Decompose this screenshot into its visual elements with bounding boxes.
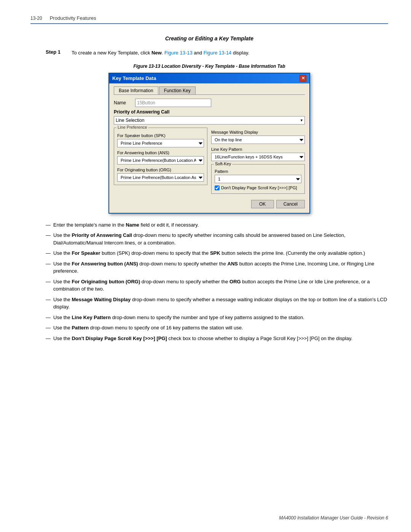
bullet-1: — Enter the template's name in the Name … [46,221,388,229]
bullet-3: — Use the For Speaker button (SPK) drop-… [46,249,388,257]
speaker-select-wrapper: Prime Line Preference [117,139,204,147]
answering-label: For Answering button (ANS) [117,150,204,155]
line-key-select[interactable]: 16Line/Function keys + 16DSS Keys [211,153,305,161]
bullet-8: — Use the Pattern drop-down menu to spec… [46,324,388,332]
priority-section: Priority of Answering Call Line Selectio… [114,109,305,125]
answering-select[interactable]: Prime Line Preference(Button Location As… [117,156,204,165]
dialog-title: Key Template Data [112,75,156,81]
line-key-section: Line Key Pattern 16Line/Function keys + … [211,147,305,161]
figure-13-14-link[interactable]: Figure 13-14 [204,50,232,56]
dialog-body: Base Information Function Key Name Prior… [109,83,309,213]
priority-select-wrapper: Line Selection [114,116,305,125]
page-footer: MA4000 Installation Manager User Guide -… [279,515,388,521]
dialog-wrapper: Key Template Data ✕ Base Information Fun… [30,73,388,214]
message-waiting-select[interactable]: On the top line [211,136,305,144]
page: 13-20 Productivity Features Creating or … [0,0,411,532]
pattern-select[interactable]: 1 [215,175,301,183]
section-title: Productivity Features [50,15,96,21]
bullet-5: — Use the For Originating button (ORG) d… [46,278,388,293]
answering-select-wrapper: Prime Line Preference(Button Location As… [117,156,204,165]
name-label: Name [114,100,133,105]
answering-section: For Answering button (ANS) Prime Line Pr… [117,150,204,165]
dont-display-row: Don't Display Page Scroll Key [>>>] [PG] [215,185,301,190]
priority-label: Priority of Answering Call [114,109,305,115]
line-preference-title: Line Preference [116,125,148,129]
pattern-label: Pattern [215,169,301,174]
cancel-button[interactable]: Cancel [276,200,305,208]
dialog-footer: OK Cancel [114,198,305,208]
dialog-tabs: Base Information Function Key [114,86,305,95]
bullet-6: — Use the Message Waiting Display drop-d… [46,296,388,311]
tab-function-key[interactable]: Function Key [159,86,196,94]
soft-key-title: Soft-Key [214,161,232,166]
dialog-titlebar: Key Template Data ✕ [109,73,309,83]
figure-caption: Figure 13-13 Location Diversity - Key Te… [30,64,388,69]
message-waiting-select-wrapper: On the top line [211,136,305,144]
originating-select-wrapper: Prime Line Prefrence(Button Location Asc… [117,173,204,182]
figure-13-13-link[interactable]: Figure 13-13 [164,50,193,56]
name-input[interactable] [135,99,211,107]
bullet-list: — Enter the template's name in the Name … [30,221,388,342]
section-heading: Creating or Editing a Key Template [30,35,388,42]
originating-select[interactable]: Prime Line Prefrence(Button Location Asc… [117,173,204,182]
line-key-select-wrapper: 16Line/Function keys + 16DSS Keys [211,153,305,161]
two-col-layout: Line Preference For Speaker button (SPK)… [114,128,305,194]
right-col: Message Waiting Display On the top line … [211,128,305,194]
bullet-9: — Use the Don't Display Page Scroll Key … [46,335,388,342]
tab-base-information[interactable]: Base Information [114,86,158,94]
step-1-block: Step 1 To create a new Key Template, cli… [30,49,388,57]
bullet-7: — Use the Line Key Pattern drop-down men… [46,314,388,321]
pattern-section: Pattern 1 [215,169,301,183]
speaker-section: For Speaker button (SPK) Prime Line Pref… [117,133,204,147]
key-template-dialog: Key Template Data ✕ Base Information Fun… [108,73,310,214]
name-row: Name [114,99,305,107]
dont-display-checkbox[interactable] [215,185,220,190]
bullet-4: — Use the For Answering button (ANS) dro… [46,260,388,275]
dialog-close-button[interactable]: ✕ [299,75,306,82]
step-1-label: Step 1 [46,49,68,57]
line-preference-group: Line Preference For Speaker button (SPK)… [114,128,207,185]
priority-select[interactable]: Line Selection [114,116,305,125]
line-preference-col: Line Preference For Speaker button (SPK)… [114,128,207,194]
dont-display-label: Don't Display Page Scroll Key [>>>] [PG] [221,185,297,190]
speaker-select[interactable]: Prime Line Preference [117,139,204,147]
originating-section: For Originating button (ORG) Prime Line … [117,168,204,182]
pattern-select-wrapper: 1 [215,175,301,183]
message-waiting-label: Message Waiting Display [211,130,305,134]
page-number: 13-20 [30,16,42,21]
page-header: 13-20 Productivity Features [30,15,388,24]
speaker-label: For Speaker button (SPK) [117,133,204,138]
line-key-label: Line Key Pattern [211,147,305,152]
originating-label: For Originating button (ORG) [117,168,204,172]
soft-key-group: Soft-Key Pattern 1 [211,164,305,194]
step-1-text: To create a new Key Template, click New.… [72,49,249,57]
message-waiting-section: Message Waiting Display On the top line [211,130,305,144]
bullet-2: — Use the Priority of Answering Call dro… [46,232,388,246]
ok-button[interactable]: OK [251,200,274,208]
